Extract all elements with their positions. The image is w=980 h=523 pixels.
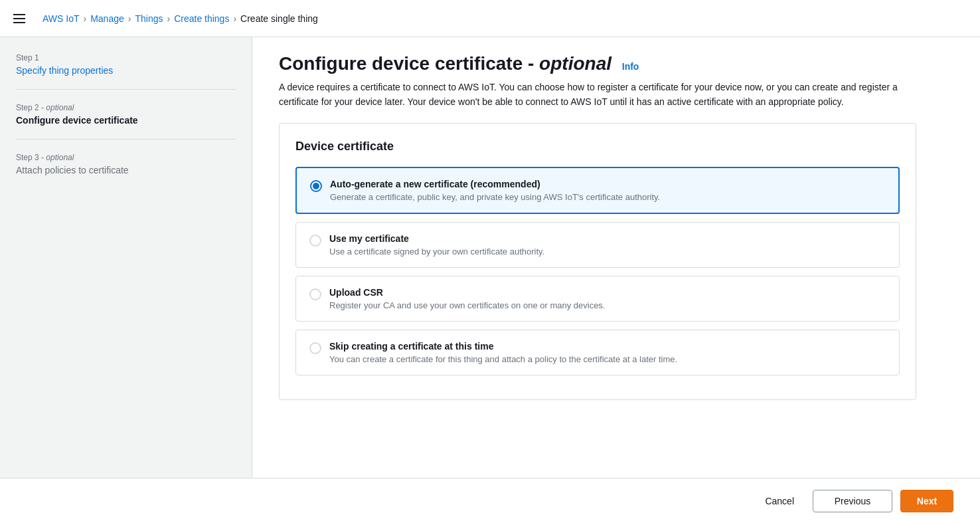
option-upload-csr-content: Upload CSR Register your CA and use your… (329, 287, 606, 310)
cert-panel-title: Device certificate (295, 140, 900, 154)
cancel-button[interactable]: Cancel (754, 490, 805, 512)
option-skip-cert-title: Skip creating a certificate at this time (329, 341, 677, 352)
breadcrumb-sep-3: › (167, 13, 170, 24)
radio-circle-upload-csr (309, 288, 321, 300)
page-header: Configure device certificate - optional … (279, 53, 953, 110)
sidebar: Step 1 Specify thing properties Step 2 -… (0, 37, 252, 523)
top-bar: AWS IoT › Manage › Things › Create thing… (0, 0, 980, 37)
step-2-title: Configure device certificate (16, 115, 138, 126)
breadcrumb-sep-2: › (128, 13, 131, 24)
breadcrumb-current: Create single thing (240, 13, 318, 24)
option-skip-cert[interactable]: Skip creating a certificate at this time… (295, 330, 900, 375)
previous-button[interactable]: Previous (813, 490, 892, 512)
step-3-item: Step 3 - optional Attach policies to cer… (16, 139, 236, 175)
breadcrumb-sep-1: › (84, 13, 87, 24)
option-use-my-cert-content: Use my certificate Use a certificate sig… (329, 233, 544, 257)
radio-circle-skip-cert (309, 342, 321, 354)
option-upload-csr-title: Upload CSR (329, 287, 606, 298)
option-use-my-cert[interactable]: Use my certificate Use a certificate sig… (295, 222, 900, 268)
bottom-bar: Cancel Previous Next (0, 478, 980, 523)
breadcrumb: AWS IoT › Manage › Things › Create thing… (42, 13, 318, 24)
option-auto-generate-title: Auto-generate a new certificate (recomme… (330, 179, 660, 189)
breadcrumb-sep-4: › (233, 13, 236, 24)
radio-use-my-cert[interactable] (309, 235, 321, 247)
step-1-title[interactable]: Specify thing properties (16, 65, 113, 76)
step-3-label: Step 3 - optional (16, 153, 236, 162)
option-auto-generate[interactable]: Auto-generate a new certificate (recomme… (295, 167, 900, 214)
option-auto-generate-desc: Generate a certificate, public key, and … (330, 192, 660, 202)
page-title: Configure device certificate - optional … (279, 53, 953, 74)
option-upload-csr-desc: Register your CA and use your own certif… (329, 300, 606, 310)
next-button[interactable]: Next (900, 490, 953, 512)
radio-auto-generate[interactable] (310, 180, 322, 192)
breadcrumb-manage[interactable]: Manage (90, 13, 124, 24)
breadcrumb-things[interactable]: Things (135, 13, 163, 24)
radio-upload-csr[interactable] (309, 288, 321, 300)
device-certificate-panel: Device certificate Auto-generate a new c… (279, 123, 916, 400)
option-auto-generate-content: Auto-generate a new certificate (recomme… (330, 179, 660, 202)
page-description: A device requires a certificate to conne… (279, 80, 916, 110)
info-link[interactable]: Info (622, 61, 639, 72)
option-use-my-cert-desc: Use a certificate signed by your own cer… (329, 247, 544, 257)
radio-skip-cert[interactable] (309, 342, 321, 354)
breadcrumb-aws-iot[interactable]: AWS IoT (42, 13, 80, 24)
hamburger-menu-icon[interactable] (13, 12, 27, 25)
breadcrumb-create-things[interactable]: Create things (174, 13, 229, 24)
step-2-label: Step 2 - optional (16, 103, 236, 112)
radio-circle-auto-generate (310, 180, 322, 192)
option-skip-cert-desc: You can create a certificate for this th… (329, 354, 677, 364)
step-3-title: Attach policies to certificate (16, 165, 129, 175)
option-skip-cert-content: Skip creating a certificate at this time… (329, 341, 677, 364)
step-2-item: Step 2 - optional Configure device certi… (16, 89, 236, 126)
step-1-label: Step 1 (16, 53, 236, 62)
radio-circle-use-my-cert (309, 235, 321, 247)
content-area: Configure device certificate - optional … (252, 37, 980, 523)
main-layout: Step 1 Specify thing properties Step 2 -… (0, 37, 980, 523)
option-use-my-cert-title: Use my certificate (329, 233, 544, 244)
option-upload-csr[interactable]: Upload CSR Register your CA and use your… (295, 276, 900, 322)
step-1-item: Step 1 Specify thing properties (16, 53, 236, 76)
